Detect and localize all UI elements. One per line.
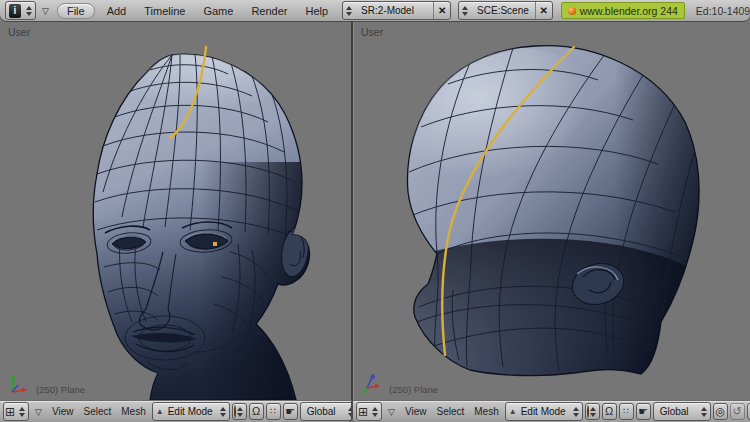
dropdown-arrows-icon — [16, 407, 28, 417]
render-preview-button[interactable]: ↺ — [730, 403, 745, 420]
mode-value: Edit Mode — [521, 406, 570, 417]
mode-dropdown[interactable]: ▲ Edit Mode — [505, 402, 583, 421]
menu-select[interactable]: Select — [436, 406, 464, 417]
draw-type-button[interactable] — [585, 403, 600, 420]
screen-close-button[interactable]: ✕ — [433, 2, 450, 19]
mode-dropdown[interactable]: ▲ Edit Mode — [152, 402, 230, 421]
orientation-value: Global — [654, 406, 698, 417]
manipulator-button[interactable]: ∷ — [619, 403, 634, 420]
dropdown-arrows-icon — [345, 407, 353, 417]
render-preview-icon: ↺ — [733, 406, 742, 417]
menu-help[interactable]: Help — [305, 5, 328, 17]
version-text: www.blender.org 244 — [580, 5, 678, 17]
snap-target-button[interactable]: ◎ — [713, 403, 728, 420]
viewport-left-header: ⊞ ▽ View Select Mesh ▲ Edit Mode Ω ∷ ☛ G… — [0, 400, 353, 422]
view-name-label: User — [8, 26, 30, 38]
head-model-back-wireframe[interactable] — [353, 22, 750, 400]
blender-version-icon — [568, 7, 576, 15]
scene-selector[interactable]: SCE:Scene ✕ — [458, 1, 553, 20]
manipulator-hand-button[interactable]: ☛ — [283, 403, 298, 420]
editor-type-selector[interactable]: ⊞ — [3, 402, 29, 421]
orientation-value: Global — [301, 406, 345, 417]
screen-selector[interactable]: SR:2-Model ✕ — [342, 1, 451, 20]
active-object-info: (250) Plane — [389, 384, 438, 396]
version-badge: www.blender.org 244 — [561, 2, 685, 19]
menu-view[interactable]: View — [52, 406, 74, 417]
manipulator-button[interactable]: ∷ — [266, 403, 281, 420]
viewport-headers: ⊞ ▽ View Select Mesh ▲ Edit Mode Ω ∷ ☛ G… — [0, 400, 750, 422]
menu-view[interactable]: View — [405, 406, 427, 417]
menu-mesh[interactable]: Mesh — [474, 406, 498, 417]
dropdown-arrows-icon — [698, 407, 710, 417]
selected-vertex-marker — [213, 242, 217, 246]
draw-type-button[interactable] — [232, 403, 247, 420]
head-model-front-wireframe[interactable] — [0, 22, 353, 400]
dropdown-arrows-icon — [236, 407, 244, 417]
editmode-icon: ▲ — [509, 407, 517, 416]
viewport-right[interactable]: User (250) Plane — [353, 22, 750, 400]
menu-select[interactable]: Select — [83, 406, 111, 417]
scene-stats: Ed:10-1409 | Fa:0-700 | Mem:9.00M Plane — [696, 5, 750, 17]
header-collapse-icon[interactable]: ▽ — [35, 407, 42, 417]
dropdown-arrows-icon — [217, 407, 229, 417]
active-object-info: (250) Plane — [36, 384, 85, 396]
scene-selector-value: SCE:Scene — [471, 5, 535, 16]
view-name-label: User — [361, 26, 383, 38]
mode-value: Edit Mode — [168, 406, 217, 417]
orientation-dropdown[interactable]: Global — [300, 402, 353, 421]
manipulator-hand-button[interactable]: ☛ — [636, 403, 651, 420]
menu-file[interactable]: File — [57, 3, 95, 19]
screen-selector-value: SR:2-Model — [355, 5, 433, 16]
pivot-omega-icon: Ω — [252, 406, 260, 417]
editor-type-selector[interactable]: i — [5, 1, 36, 20]
mini-axis-gizmo — [7, 372, 29, 396]
dropdown-arrows-icon — [23, 6, 35, 16]
dropdown-arrows-icon — [570, 407, 582, 417]
dropdown-arrows-icon — [459, 6, 471, 16]
manipulator-icon: ∷ — [623, 407, 629, 416]
hand-icon: ☛ — [638, 406, 648, 417]
snap-target-icon: ◎ — [715, 406, 725, 417]
dropdown-arrows-icon — [589, 407, 597, 417]
menu-mesh[interactable]: Mesh — [121, 406, 145, 417]
header-collapse-icon[interactable]: ▽ — [388, 407, 395, 417]
viewport-right-header: ⊞ ▽ View Select Mesh ▲ Edit Mode Ω ∷ ☛ G… — [353, 400, 750, 422]
pivot-omega-icon: Ω — [605, 406, 613, 417]
editmode-icon: ▲ — [156, 407, 164, 416]
info-editor-icon: i — [9, 4, 21, 18]
main-header: i ▽ File Add Timeline Game Render Help S… — [0, 0, 750, 22]
dropdown-arrows-icon — [343, 6, 355, 16]
manipulator-icon: ∷ — [270, 407, 276, 416]
editor-type-selector[interactable]: ⊞ — [356, 402, 382, 421]
scene-close-button[interactable]: ✕ — [535, 2, 552, 19]
menu-game[interactable]: Game — [203, 5, 233, 17]
pivot-button[interactable]: Ω — [249, 403, 264, 420]
pivot-button[interactable]: Ω — [602, 403, 617, 420]
grid-3dview-icon: ⊞ — [4, 406, 16, 418]
mini-axis-gizmo — [360, 372, 382, 396]
header-collapse-icon[interactable]: ▽ — [42, 6, 49, 16]
menu-render[interactable]: Render — [251, 5, 287, 17]
viewport-left[interactable]: User (250) Plane — [0, 22, 353, 400]
dropdown-arrows-icon — [369, 407, 381, 417]
grid-3dview-icon: ⊞ — [357, 406, 369, 418]
menu-add[interactable]: Add — [107, 5, 127, 17]
hand-icon: ☛ — [285, 406, 295, 417]
menu-timeline[interactable]: Timeline — [144, 5, 185, 17]
orientation-dropdown[interactable]: Global — [653, 402, 711, 421]
viewport-area: User (250) Plane — [0, 22, 750, 400]
blender-window: i ▽ File Add Timeline Game Render Help S… — [0, 0, 750, 422]
